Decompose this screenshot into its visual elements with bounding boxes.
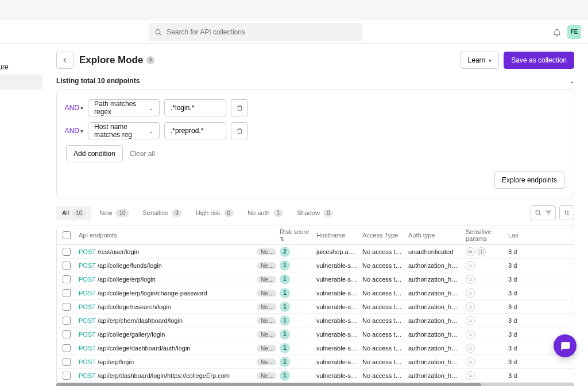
hostname-cell: vulnerable-se...: [314, 303, 360, 310]
field-select-1[interactable]: Path matches regex⌄: [88, 99, 160, 116]
search-box[interactable]: [149, 23, 362, 41]
row-checkbox[interactable]: [63, 248, 71, 256]
row-checkbox[interactable]: [63, 275, 71, 283]
learn-button[interactable]: Learn ▾: [461, 52, 500, 69]
method-label: POST: [79, 290, 96, 297]
scrollbar-thumb[interactable]: [56, 383, 481, 386]
access-cell: No access type: [360, 331, 406, 338]
access-cell: No access type: [360, 372, 406, 379]
col-auth[interactable]: Auth type: [406, 232, 463, 239]
row-checkbox[interactable]: [63, 262, 71, 270]
bell-icon[interactable]: [552, 28, 562, 37]
auth-cell: authorization_header: [406, 290, 463, 297]
value-input-2[interactable]: [164, 122, 226, 139]
clear-all-link[interactable]: Clear all: [130, 150, 155, 158]
sensitive-cell: ☺: [463, 288, 506, 298]
table-row[interactable]: POST /rest/user/login New 2 juiceshop.ak…: [57, 245, 574, 259]
hostname-cell: vulnerable-se...: [314, 372, 360, 379]
col-sens[interactable]: Sensitive params: [463, 228, 506, 242]
and-operator[interactable]: AND▾: [66, 127, 83, 135]
auth-cell: authorization_header: [406, 345, 463, 352]
back-button[interactable]: [56, 52, 74, 69]
endpoint-path: /api/college/dashboard/auth/login: [98, 345, 190, 352]
tab-new[interactable]: New10: [94, 206, 134, 220]
tab-high-risk[interactable]: High risk0: [190, 206, 239, 220]
row-checkbox[interactable]: [63, 358, 71, 366]
table-row[interactable]: POST /api/erp/chem/dashboard/login New 1…: [57, 314, 574, 327]
value-input-1[interactable]: [164, 99, 226, 116]
hostname-cell: vulnerable-se...: [314, 358, 360, 365]
col-access[interactable]: Access Type: [360, 232, 406, 239]
table-row[interactable]: POST /api/college/research/login New 1 v…: [57, 300, 574, 314]
chat-fab[interactable]: [554, 334, 577, 357]
search-input[interactable]: [167, 28, 357, 36]
select-all-checkbox[interactable]: [63, 231, 71, 239]
tab-shadow[interactable]: Shadow0: [291, 206, 339, 220]
hostname-cell: vulnerable-se...: [314, 345, 360, 352]
delete-condition-2[interactable]: [231, 122, 248, 139]
page-title: Explore Mode ?: [79, 54, 154, 66]
user-icon: ☺: [466, 316, 475, 325]
sidebar-item-s[interactable]: s: [0, 104, 42, 119]
table-row[interactable]: POST /api/college/gallery/login New 1 vu…: [57, 327, 574, 341]
and-operator[interactable]: AND▾: [66, 104, 83, 112]
sidebar-item-posture[interactable]: y Posture: [0, 60, 42, 75]
field-select-2[interactable]: Host name matches reg⌄: [88, 122, 160, 139]
user-icon: ☺: [466, 344, 475, 353]
row-checkbox[interactable]: [63, 317, 71, 325]
row-checkbox[interactable]: [63, 303, 71, 311]
new-badge: New: [257, 331, 276, 338]
endpoint-path: /api/erp/chem/dashboard/login: [98, 317, 183, 324]
col-risk[interactable]: Risk score ⇅: [277, 228, 314, 242]
save-collection-button[interactable]: Save as collection: [504, 52, 574, 69]
avatar[interactable]: FE: [567, 25, 581, 39]
horizontal-scrollbar[interactable]: [56, 383, 574, 386]
filter-icon: [545, 209, 552, 216]
auth-cell: authorization_header: [406, 358, 463, 365]
sidebar-item-collections[interactable]: ons: [0, 89, 42, 104]
info-icon[interactable]: ?: [146, 56, 154, 64]
method-label: POST: [79, 248, 96, 255]
sidebar-item-discovery[interactable]: ery: [0, 75, 42, 89]
explore-endpoints-button[interactable]: Explore endpoints: [494, 171, 564, 189]
table-row[interactable]: POST /api/college/funds/login New 1 vuln…: [57, 259, 574, 272]
sort-button[interactable]: [559, 205, 574, 220]
last-cell: 3 d: [506, 372, 529, 379]
col-endpoints[interactable]: Api endpoints: [76, 232, 254, 239]
page-header: Explore Mode ? Learn ▾ Save as collectio…: [42, 44, 588, 77]
endpoint-path: /api/college/research/login: [98, 303, 171, 310]
tab-all[interactable]: All10: [56, 206, 91, 220]
listing-subheader: Listing total 10 endpoints ⌄: [42, 77, 588, 89]
row-checkbox[interactable]: [63, 344, 71, 352]
risk-score: 1: [280, 288, 290, 298]
sidebar-item-data[interactable]: ata: [0, 119, 42, 134]
table-row[interactable]: POST /api/college/erp/login New 1 vulner…: [57, 272, 574, 286]
row-checkbox[interactable]: [63, 289, 71, 297]
access-cell: No access type: [360, 290, 406, 297]
access-cell: No access type: [360, 262, 406, 269]
add-condition-button[interactable]: Add condition: [66, 145, 123, 162]
table-row[interactable]: POST /api/college/erp/login/change-passw…: [57, 286, 574, 300]
risk-score: 1: [280, 329, 290, 340]
search-filter-group[interactable]: [531, 205, 556, 220]
access-cell: No access type: [360, 276, 406, 283]
tab-sensitive[interactable]: Sensitive9: [137, 206, 188, 220]
last-cell: 3 d: [506, 345, 529, 352]
col-hostname[interactable]: Hostname: [314, 232, 360, 239]
tab-no-auth[interactable]: No auth1: [242, 206, 289, 220]
col-last[interactable]: Las: [506, 232, 529, 239]
last-cell: 3 d: [506, 358, 529, 365]
auth-cell: authorization_header: [406, 331, 463, 338]
user-icon: ☺: [466, 288, 475, 298]
row-checkbox[interactable]: [63, 372, 71, 380]
table-row[interactable]: POST /api/erp/dashboard/login/https://co…: [57, 369, 574, 383]
delete-condition-1[interactable]: [231, 99, 248, 116]
auth-cell: authorization_header: [406, 372, 463, 379]
table-row[interactable]: POST /api/erp/login New 1 vulnerable-se.…: [57, 355, 574, 369]
chevron-down-icon[interactable]: ⌄: [570, 78, 574, 84]
table-row[interactable]: POST /api/college/dashboard/auth/login N…: [57, 341, 574, 355]
row-checkbox[interactable]: [63, 330, 71, 338]
method-label: POST: [79, 372, 96, 379]
method-label: POST: [79, 303, 96, 310]
arrow-left-icon: [61, 56, 69, 64]
